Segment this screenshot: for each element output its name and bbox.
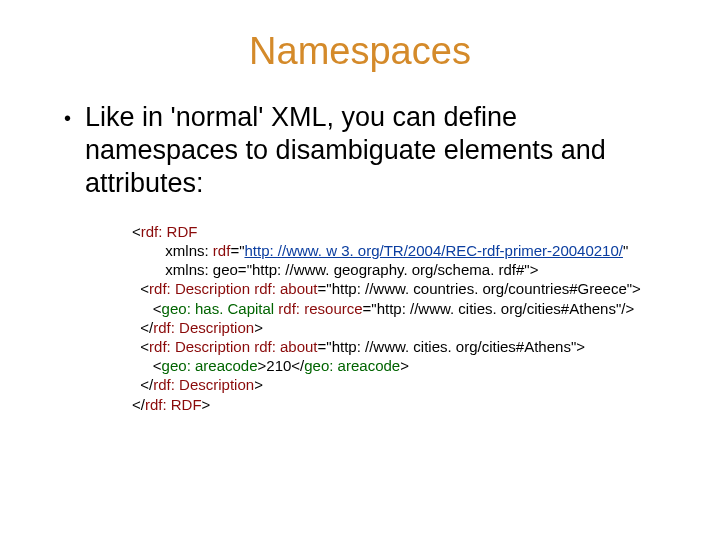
rdf-keyword: rdf: Description [153, 376, 254, 393]
t: < [132, 300, 162, 317]
rdf-keyword: rdf: resource [278, 300, 362, 317]
rdf-keyword: rdf: Description [149, 280, 250, 297]
code-line-5: <geo: has. Capital rdf: resource="http: … [132, 299, 672, 318]
rdf-keyword: rdf: RDF [145, 396, 202, 413]
t: " [623, 242, 628, 259]
t: xmlns: [132, 242, 213, 259]
geo-keyword: geo: areacode [162, 357, 258, 374]
bullet-block: • Like in 'normal' XML, you can define n… [36, 101, 684, 414]
slide: Namespaces • Like in 'normal' XML, you c… [0, 0, 720, 540]
geo-keyword: geo: has. Capital [162, 300, 275, 317]
slide-title: Namespaces [36, 30, 684, 73]
bullet-dot-icon: • [64, 101, 71, 135]
code-line-7: <rdf: Description rdf: about="http: //ww… [132, 337, 672, 356]
rdf-keyword: rdf: about [254, 338, 317, 355]
rdf-keyword: rdf: RDF [141, 223, 198, 240]
rdf-keyword: rdf: Description [153, 319, 254, 336]
code-line-9: </rdf: Description> [132, 375, 672, 394]
code-line-6: </rdf: Description> [132, 318, 672, 337]
t: < [132, 338, 149, 355]
t: > [254, 319, 263, 336]
bullet-text: Like in 'normal' XML, you can define nam… [85, 101, 672, 200]
rdf-keyword: rdf [213, 242, 231, 259]
code-block: <rdf: RDF xmlns: rdf="http: //www. w 3. … [132, 222, 672, 414]
code-line-2: xmlns: rdf="http: //www. w 3. org/TR/200… [132, 241, 672, 260]
t: xmlns: geo="http: //www. geography. org/… [132, 261, 538, 278]
t: < [132, 223, 141, 240]
t: > [400, 357, 409, 374]
t: </ [132, 396, 145, 413]
t: > [202, 396, 211, 413]
t: ="http: //www. cities. org/cities#Athens… [318, 338, 585, 355]
code-line-10: </rdf: RDF> [132, 395, 672, 414]
code-line-3: xmlns: geo="http: //www. geography. org/… [132, 260, 672, 279]
code-line-4: <rdf: Description rdf: about="http: //ww… [132, 279, 672, 298]
t: </ [132, 319, 153, 336]
t: > [254, 376, 263, 393]
geo-keyword: geo: areacode [304, 357, 400, 374]
rdf-keyword: rdf: Description [149, 338, 250, 355]
t: ="http: //www. countries. org/countries#… [318, 280, 641, 297]
t: =" [230, 242, 244, 259]
t: >210</ [258, 357, 305, 374]
t: < [132, 280, 149, 297]
bullet-item: • Like in 'normal' XML, you can define n… [64, 101, 672, 200]
t: </ [132, 376, 153, 393]
code-line-8: <geo: areacode>210</geo: areacode> [132, 356, 672, 375]
t: < [132, 357, 162, 374]
code-line-1: <rdf: RDF [132, 222, 672, 241]
t: ="http: //www. cities. org/cities#Athens… [363, 300, 635, 317]
namespace-link[interactable]: http: //www. w 3. org/TR/2004/REC-rdf-pr… [244, 242, 623, 259]
rdf-keyword: rdf: about [254, 280, 317, 297]
